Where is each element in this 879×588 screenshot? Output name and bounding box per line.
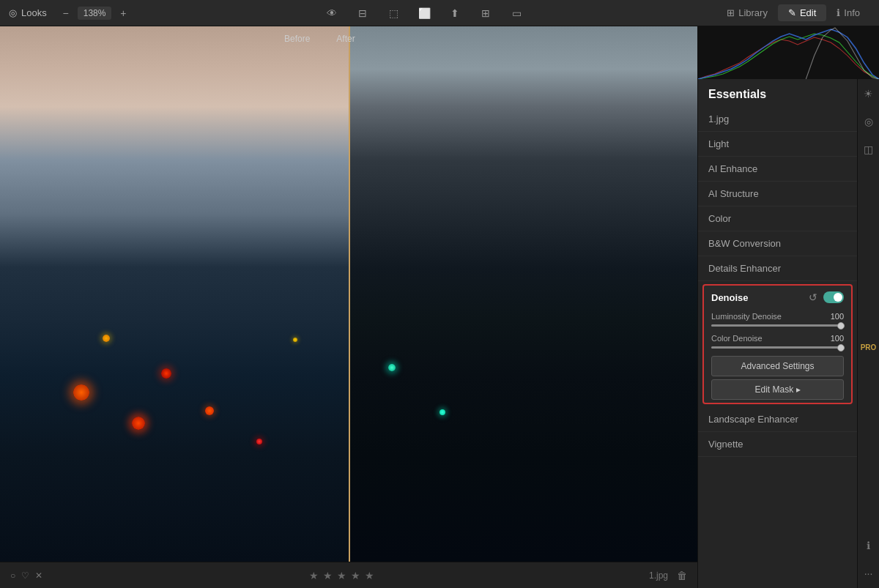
landscape-label: Landscape Enhancer (708, 414, 798, 425)
section-light[interactable]: Light (698, 132, 857, 157)
traffic-light-1 (73, 384, 89, 401)
edit-label: Edit (800, 7, 816, 18)
star-rating[interactable]: ★ ★ ★ ★ ★ (309, 570, 374, 581)
after-label: After (330, 32, 360, 45)
eye-icon[interactable]: 👁 (323, 4, 341, 22)
zoom-value[interactable]: 138% (78, 7, 112, 20)
top-bar-right: ⊞ Library ✎ Edit ℹ Info (716, 4, 870, 21)
luminosity-thumb[interactable] (837, 322, 845, 330)
details-label: Details Enhancer (708, 263, 781, 274)
luminosity-slider[interactable] (711, 324, 844, 327)
brightness-icon[interactable]: ☀ (860, 85, 878, 103)
filename-section[interactable]: 1.jpg (698, 107, 857, 132)
top-bar: ◎ Looks − 138% + 👁 ⊟ ⬚ ⬜ ⬆ ⊞ ▭ ⊞ Library… (0, 0, 879, 26)
histogram-area (698, 26, 879, 79)
section-vignette[interactable]: Vignette (698, 432, 857, 457)
more-icon[interactable]: ··· (860, 565, 878, 582)
tab-edit[interactable]: ✎ Edit (778, 4, 826, 21)
layers-icon[interactable]: ◫ (860, 141, 878, 158)
section-ai-enhance[interactable]: AI Enhance (698, 157, 857, 182)
reject-icon[interactable]: ✕ (35, 570, 42, 581)
bw-label: B&W Conversion (708, 238, 781, 249)
color-wheel-icon[interactable]: ◎ (860, 113, 878, 130)
color-denoise-row: Color Denoise 100 (704, 331, 851, 353)
traffic-light-8 (256, 439, 262, 444)
denoise-reset-button[interactable]: ↺ (809, 291, 817, 303)
denoise-header: Denoise ↺ (704, 286, 851, 309)
grid-icon[interactable]: ⊞ (477, 4, 494, 22)
advanced-settings-button[interactable]: Advanced Settings (711, 356, 844, 376)
traffic-light-2 (132, 417, 145, 430)
info-label: Info (844, 7, 860, 18)
bottom-right: 1.jpg 🗑 (640, 570, 687, 581)
denoise-toggle[interactable] (823, 291, 844, 303)
star-5[interactable]: ★ (365, 570, 374, 581)
circle-icon[interactable]: ○ (10, 570, 15, 581)
section-color[interactable]: Color (698, 206, 857, 231)
export-icon[interactable]: ⬆ (446, 4, 464, 22)
star-1[interactable]: ★ (309, 570, 319, 581)
before-after-labels: Before After (0, 32, 697, 45)
section-ai-structure[interactable]: AI Structure (698, 182, 857, 206)
looks-button[interactable]: ◎ Looks (9, 7, 47, 18)
luminosity-fill (711, 324, 844, 327)
photo-canvas[interactable]: Before After (0, 26, 697, 562)
star-2[interactable]: ★ (323, 570, 333, 581)
denoise-title: Denoise (711, 292, 749, 303)
section-landscape[interactable]: Landscape Enhancer (698, 407, 857, 432)
color-label: Color (708, 213, 731, 224)
edit-mask-button[interactable]: Edit Mask ▸ (711, 379, 844, 400)
looks-label: Looks (21, 7, 47, 18)
color-denoise-label: Color Denoise (711, 334, 763, 343)
info-side-icon[interactable]: ℹ (860, 537, 878, 554)
tab-info[interactable]: ℹ Info (826, 4, 870, 21)
tab-library[interactable]: ⊞ Library (716, 4, 778, 21)
section-details[interactable]: Details Enhancer (698, 256, 857, 281)
compare-split-icon[interactable]: ⊟ (354, 4, 371, 22)
luminosity-denoise-row: Luminosity Denoise 100 (704, 309, 851, 331)
luminosity-value: 100 (831, 312, 844, 321)
single-view-icon[interactable]: ▭ (508, 4, 525, 22)
right-panel: Essentials 1.jpg Light AI Enhance AI Str… (697, 26, 879, 588)
essentials-title: Essentials (698, 79, 857, 107)
bottom-bar: ○ ♡ ✕ ★ ★ ★ ★ ★ 1.jpg 🗑 (0, 562, 697, 588)
looks-icon: ◎ (9, 7, 17, 18)
photo-background: Before After (0, 26, 697, 562)
star-4[interactable]: ★ (351, 570, 360, 581)
filename-section-label: 1.jpg (708, 113, 729, 124)
split-line[interactable] (349, 26, 350, 562)
color-denoise-thumb[interactable] (837, 344, 845, 351)
denoise-controls: ↺ (809, 291, 844, 303)
traffic-light-7 (440, 409, 445, 415)
filename-label: 1.jpg (640, 570, 677, 581)
section-bw[interactable]: B&W Conversion (698, 231, 857, 256)
edit-icon: ✎ (788, 7, 796, 18)
zoom-minus-button[interactable]: − (57, 4, 75, 22)
frame-icon[interactable]: ⬚ (385, 4, 402, 22)
ai-enhance-label: AI Enhance (708, 163, 757, 174)
library-icon: ⊞ (727, 7, 735, 18)
panel-tab-nav: ⊞ Library ✎ Edit ℹ Info (716, 4, 870, 21)
zoom-plus-button[interactable]: + (114, 4, 132, 22)
traffic-light-6 (388, 364, 396, 371)
color-label-row: Color Denoise 100 (711, 334, 844, 343)
traffic-light-5 (103, 335, 110, 342)
bottom-left-controls: ○ ♡ ✕ (10, 570, 42, 581)
main-content: Before After ○ ♡ ✕ ★ ★ ★ ★ ★ 1.jpg 🗑 (0, 26, 879, 588)
luminosity-label-row: Luminosity Denoise 100 (711, 312, 844, 321)
color-denoise-fill (711, 346, 844, 349)
photo-area: Before After ○ ♡ ✕ ★ ★ ★ ★ ★ 1.jpg 🗑 (0, 26, 697, 588)
before-label: Before (278, 32, 316, 45)
star-3[interactable]: ★ (337, 570, 346, 581)
zoom-control: − 138% + (57, 4, 133, 22)
panel-body: Essentials 1.jpg Light AI Enhance AI Str… (698, 79, 879, 588)
top-bar-center: 👁 ⊟ ⬚ ⬜ ⬆ ⊞ ▭ (323, 4, 525, 22)
histogram-chart (698, 26, 879, 79)
traffic-light-3 (161, 368, 171, 379)
delete-icon[interactable]: 🗑 (677, 570, 687, 581)
crop-icon[interactable]: ⬜ (415, 4, 433, 22)
library-label: Library (738, 7, 768, 18)
essentials-panel: Essentials 1.jpg Light AI Enhance AI Str… (698, 79, 857, 588)
heart-icon[interactable]: ♡ (21, 570, 29, 581)
color-denoise-slider[interactable] (711, 346, 844, 349)
